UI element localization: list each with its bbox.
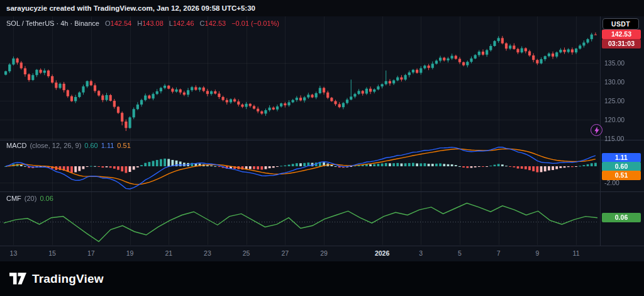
price-pane-legend: SOL / TetherUS · 4h · Binance O142.54 H1… [6,20,279,27]
time-axis-label: 21 [155,249,182,257]
macd-hist-badge: 0.60 [602,162,641,171]
macd-axis-label: -2.00 [604,179,619,186]
currency-badge[interactable]: USDT [602,18,639,30]
chart-canvas[interactable] [0,16,644,246]
high-label: H [137,20,142,27]
open-label: O [105,20,111,27]
price-axis-label: 120.00 [604,116,625,123]
time-axis-label: 11 [562,249,590,257]
tradingview-snapshot: sarayucyzie created with TradingView.com… [0,0,644,296]
time-axis-label: 5 [446,249,474,257]
lightning-bolt-icon [594,127,600,134]
close-label: C [200,20,205,27]
time-axis-label: 25 [233,249,260,257]
cmf-params: (20) [25,195,37,202]
boost-icon[interactable] [591,124,602,136]
ohlc-low: L142.46 [167,20,194,27]
time-axis[interactable]: 1315171921232527292026357911 [0,246,644,262]
brand-name: TradingView [32,272,104,286]
macd-line-value: 1.11 [101,142,114,149]
ohlc-high: H143.08 [135,20,164,27]
price-axis-label: 115.00 [604,135,624,142]
footer-bar: TradingView [0,261,644,296]
macd-signal-value: 0.51 [117,142,130,149]
time-axis-label: 29 [310,249,338,257]
last-price-badge: 142.53 [602,30,641,39]
time-axis-label: 13 [0,249,27,257]
high-value: 143.08 [142,20,164,27]
symbol-title[interactable]: SOL / TetherUS · 4h · Binance [6,20,99,27]
price-axis-label: 135.00 [604,59,625,67]
macd-value-badge: 1.11 [602,153,641,162]
attribution-text: sarayucyzie created with TradingView.com… [6,4,255,12]
macd-hist-value: 0.60 [84,142,97,149]
cmf-value-badge: 0.06 [602,213,641,222]
low-value: 142.46 [173,20,194,27]
time-axis-label: 17 [77,249,105,257]
tradingview-logo[interactable]: TradingView [9,272,104,286]
time-axis-label: 23 [194,249,221,257]
countdown-badge: 03:31:03 [602,39,641,48]
chart-region: SOL / TetherUS · 4h · Binance O142.54 H1… [0,16,644,261]
cmf-title[interactable]: CMF [6,195,21,202]
time-axis-label: 9 [523,249,551,257]
ohlc-open: O142.54 [103,20,131,27]
time-axis-label: 7 [485,249,513,257]
macd-pane-legend: MACD (close, 12, 26, 9) 0.60 1.11 0.51 [6,142,131,149]
time-axis-label: 27 [271,249,299,257]
attribution-bar: sarayucyzie created with TradingView.com… [0,0,644,16]
ohlc-close: C142.53 [197,20,226,27]
price-axis-label: 125.00 [604,97,625,105]
cmf-value: 0.06 [40,195,53,202]
time-axis-label: 15 [38,249,66,257]
change-value: −0.01 (−0.01%) [231,20,279,27]
tradingview-mark-icon [9,273,26,285]
price-axis[interactable]: 142.53 03:31:03 1.11 0.60 0.51 -2.00 0.0… [600,16,644,246]
open-value: 142.54 [111,20,132,27]
time-axis-label: 19 [116,249,144,257]
close-value: 142.53 [205,20,226,27]
time-axis-label: 3 [407,249,435,257]
cmf-pane-legend: CMF (20) 0.06 [6,195,53,202]
price-axis-label: 130.00 [604,78,625,86]
macd-title[interactable]: MACD [6,142,26,149]
macd-params: (close, 12, 26, 9) [30,142,81,149]
time-axis-label: 2026 [369,249,396,257]
